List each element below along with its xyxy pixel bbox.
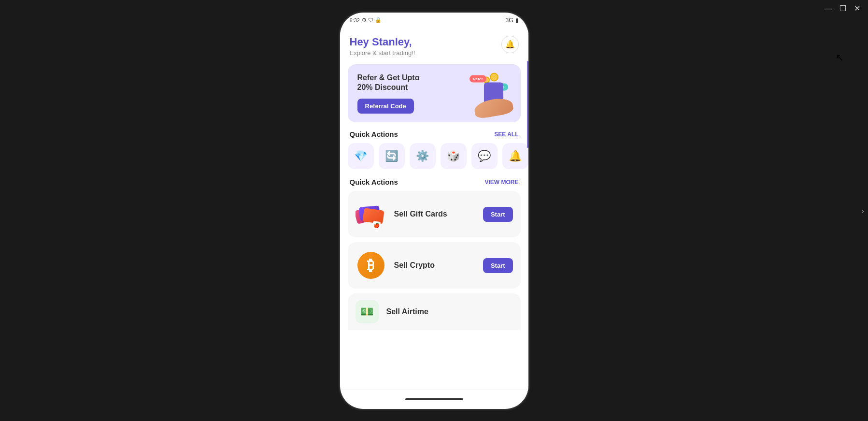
quick-actions-header-1: Quick Actions SEE ALL <box>340 128 528 143</box>
status-right: 3G ▮ <box>505 17 518 24</box>
status-network: 3G <box>505 17 513 24</box>
sell-crypto-label: Sell Crypto <box>394 261 475 270</box>
quick-icon-2[interactable]: ⚙️ <box>410 143 436 169</box>
quick-actions-title-2: Quick Actions <box>350 178 398 186</box>
airtime-icon: 💵 <box>356 300 379 323</box>
view-more-link[interactable]: VIEW MORE <box>484 179 518 186</box>
gift-card-3: 🍎 <box>362 208 384 224</box>
status-time: 6:32 <box>350 17 360 23</box>
sell-gift-cards-start-button[interactable]: Start <box>483 207 513 222</box>
gift-cards-icon: 🍎 <box>356 200 386 229</box>
cursor: ↖ <box>836 52 844 63</box>
quick-icon-5[interactable]: 🔔 <box>502 143 528 169</box>
coin-icon-1 <box>490 73 498 81</box>
hand-illustration <box>473 96 514 119</box>
referral-banner: Refer & Get Upto 20% Discount Referral C… <box>348 64 521 123</box>
status-icons: ⚙ 🛡 🔒 <box>362 17 382 23</box>
bottom-nav <box>340 390 528 409</box>
status-battery: ▮ <box>515 17 519 24</box>
scroll-indicator <box>527 61 528 148</box>
sell-gift-cards-card[interactable]: 🍎 Sell Gift Cards Start <box>348 191 521 237</box>
restore-button[interactable]: ❐ <box>840 4 846 13</box>
close-button[interactable]: ✕ <box>854 4 860 13</box>
quick-icon-4[interactable]: 💬 <box>471 143 498 169</box>
minimize-button[interactable]: — <box>824 4 832 13</box>
quick-actions-title-1: Quick Actions <box>350 130 398 138</box>
sell-crypto-start-button[interactable]: Start <box>483 258 513 273</box>
home-indicator <box>405 398 463 400</box>
greeting-block: Hey Stanley, Explore & start trading!! <box>350 36 415 57</box>
quick-icons-row: 💎 🔄 ⚙️ 🎲 💬 🔔 📊 <box>340 143 528 176</box>
quick-actions-header-2: Quick Actions VIEW MORE <box>340 176 528 191</box>
phone-content: Hey Stanley, Explore & start trading!! 🔔… <box>340 28 528 390</box>
sell-crypto-card[interactable]: ₿ Sell Crypto Start <box>348 242 521 289</box>
header-section: Hey Stanley, Explore & start trading!! 🔔 <box>340 28 528 62</box>
bitcoin-icon: ₿ <box>357 252 384 279</box>
quick-icon-0[interactable]: 💎 <box>348 143 374 169</box>
see-all-link[interactable]: SEE ALL <box>494 131 518 138</box>
crypto-icon-wrap: ₿ <box>356 250 386 281</box>
sell-gift-cards-label: Sell Gift Cards <box>394 210 475 218</box>
status-left: 6:32 ⚙ 🛡 🔒 <box>350 17 382 23</box>
partial-action-card[interactable]: 💵 Sell Airtime <box>348 293 521 330</box>
referral-illustration: Refer a Friend <box>460 73 513 114</box>
greeting-subtitle: Explore & start trading!! <box>350 49 415 57</box>
referral-left: Refer & Get Upto 20% Discount Referral C… <box>357 73 420 114</box>
partial-action-label: Sell Airtime <box>386 307 513 316</box>
greeting-text: Hey Stanley, <box>350 36 415 48</box>
phone-frame: 6:32 ⚙ 🛡 🔒 3G ▮ Hey Stanley, Explore & s… <box>340 13 528 409</box>
window-controls: — ❐ ✕ <box>816 0 868 17</box>
quick-icon-3[interactable]: 🎲 <box>441 143 467 169</box>
referral-title: Refer & Get Upto 20% Discount <box>357 73 420 93</box>
gift-card-logo: 🍎 <box>372 221 381 230</box>
quick-icon-1[interactable]: 🔄 <box>379 143 405 169</box>
refer-bubble: Refer <box>470 75 486 82</box>
right-arrow-indicator: › <box>861 205 864 216</box>
bell-icon: 🔔 <box>505 40 515 49</box>
status-bar: 6:32 ⚙ 🛡 🔒 3G ▮ <box>340 13 528 28</box>
referral-code-button[interactable]: Referral Code <box>357 99 414 114</box>
notification-bell-button[interactable]: 🔔 <box>501 36 519 53</box>
gift-cards-icon-wrap: 🍎 <box>356 199 386 230</box>
